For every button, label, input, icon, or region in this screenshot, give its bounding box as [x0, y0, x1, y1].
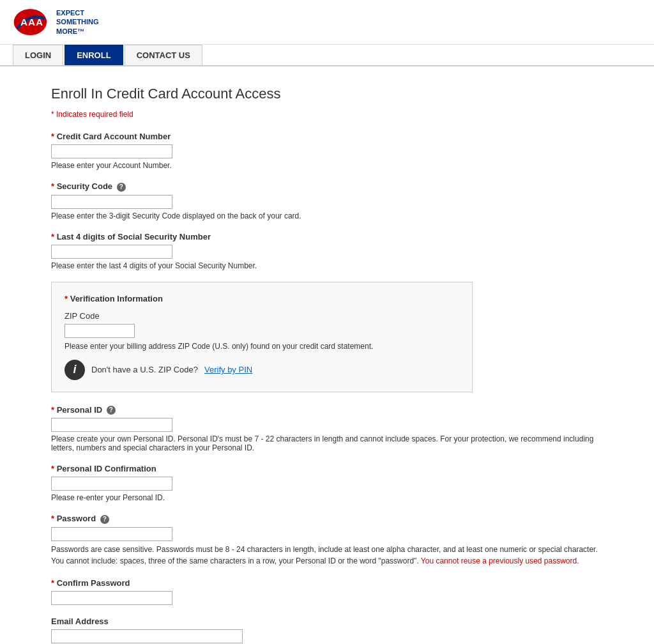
- account-number-label: * Credit Card Account Number: [51, 132, 616, 141]
- verify-pin-row: i Don't have a U.S. ZIP Code? Verify by …: [65, 360, 459, 380]
- svg-text:AAA: AAA: [20, 17, 43, 27]
- ssn-last4-label: * Last 4 digits of Social Security Numbe…: [51, 232, 616, 241]
- aaa-logo-icon: AAA: [13, 8, 51, 36]
- personal-id-help-icon[interactable]: ?: [107, 406, 116, 415]
- security-code-input[interactable]: [51, 195, 172, 209]
- confirm-password-input[interactable]: [51, 591, 172, 605]
- email-label: Email Address: [51, 617, 616, 626]
- account-number-input[interactable]: [51, 144, 172, 158]
- personal-id-label: * Personal ID ?: [51, 405, 616, 415]
- account-number-group: * Credit Card Account Number Please ente…: [51, 132, 616, 170]
- personal-id-confirm-hint: Please re-enter your Personal ID.: [51, 493, 616, 502]
- ssn-last4-input[interactable]: [51, 245, 172, 259]
- ssn-last4-group: * Last 4 digits of Social Security Numbe…: [51, 232, 616, 270]
- password-group: * Password ? Passwords are case sensitiv…: [51, 514, 616, 567]
- personal-id-confirm-group: * Personal ID Confirmation Please re-ent…: [51, 464, 616, 502]
- password-label: * Password ?: [51, 514, 616, 524]
- personal-id-hint: Please create your own Personal ID. Pers…: [51, 434, 616, 452]
- required-note: * Indicates required field: [51, 110, 616, 119]
- password-help-icon[interactable]: ?: [100, 515, 109, 524]
- zip-code-label: ZIP Code: [65, 311, 459, 321]
- ssn-last4-hint: Please enter the last 4 digits of your S…: [51, 261, 616, 270]
- header: AAA EXPECT SOMETHING MORE™: [0, 0, 654, 45]
- security-code-group: * Security Code ? Please enter the 3-dig…: [51, 181, 616, 220]
- verification-title: * Verification Information: [65, 294, 459, 303]
- security-code-help-icon[interactable]: ?: [117, 183, 126, 192]
- confirm-password-label: * Confirm Password: [51, 578, 616, 588]
- no-zip-text: Don't have a U.S. ZIP Code?: [91, 365, 198, 374]
- main-content: Enroll In Credit Card Account Access * I…: [0, 66, 654, 644]
- password-input[interactable]: [51, 527, 172, 541]
- navigation: LOGIN ENROLL CONTACT US: [0, 45, 654, 66]
- confirm-password-group: * Confirm Password: [51, 578, 616, 605]
- tagline: EXPECT SOMETHING MORE™: [56, 8, 99, 36]
- logo-area: AAA EXPECT SOMETHING MORE™: [13, 8, 99, 36]
- password-hint: Passwords are case sensitive. Passwords …: [51, 544, 600, 567]
- email-group: Email Address By entering your Email Add…: [51, 617, 616, 644]
- personal-id-input[interactable]: [51, 418, 172, 432]
- info-icon: i: [65, 360, 85, 380]
- page-title: Enroll In Credit Card Account Access: [51, 86, 616, 102]
- personal-id-group: * Personal ID ? Please create your own P…: [51, 405, 616, 453]
- verify-by-pin-link[interactable]: Verify by PIN: [204, 365, 252, 374]
- security-code-hint: Please enter the 3-digit Security Code d…: [51, 211, 616, 220]
- security-code-label: * Security Code ?: [51, 181, 616, 192]
- personal-id-confirm-label: * Personal ID Confirmation: [51, 464, 616, 473]
- nav-login[interactable]: LOGIN: [13, 45, 63, 65]
- nav-contact-us[interactable]: CONTACT US: [125, 45, 202, 65]
- zip-hint: Please enter your billing address ZIP Co…: [65, 342, 448, 351]
- nav-enroll[interactable]: ENROLL: [65, 45, 123, 65]
- verification-box: * Verification Information ZIP Code Plea…: [51, 282, 473, 392]
- personal-id-confirm-input[interactable]: [51, 477, 172, 491]
- email-input[interactable]: [51, 629, 243, 643]
- account-number-hint: Please enter your Account Number.: [51, 161, 616, 170]
- zip-code-input[interactable]: [65, 324, 135, 338]
